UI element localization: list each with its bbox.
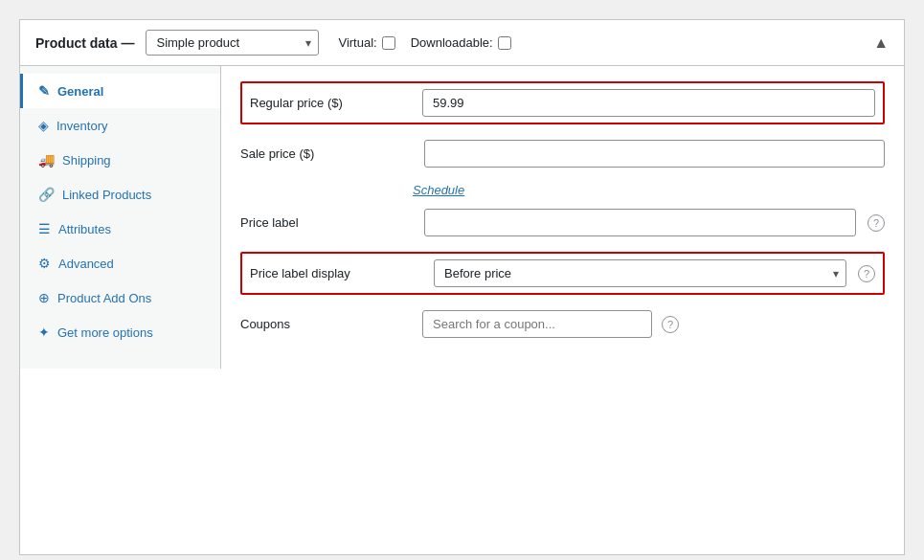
schedule-link[interactable]: Schedule (413, 183, 885, 197)
product-type-select[interactable]: Simple product Variable product Grouped … (146, 30, 319, 56)
price-label-input[interactable] (424, 209, 856, 236)
general-icon: ✎ (38, 83, 50, 99)
regular-price-row: Regular price ($) (240, 81, 885, 124)
coupons-row: Coupons ? (240, 310, 885, 338)
coupons-help-icon[interactable]: ? (662, 316, 679, 333)
sidebar-item-product-add-ons[interactable]: ⊕ Product Add Ons (20, 280, 220, 315)
sidebar-item-attributes[interactable]: ☰ Attributes (20, 212, 220, 246)
sidebar-item-advanced[interactable]: ⚙ Advanced (20, 246, 220, 280)
sidebar-label-product-add-ons: Product Add Ons (57, 291, 151, 305)
attributes-icon: ☰ (38, 221, 51, 236)
regular-price-label: Regular price ($) (250, 96, 411, 110)
panel-header: Product data — Simple product Variable p… (20, 20, 904, 66)
product-type-wrapper: Simple product Variable product Grouped … (146, 30, 319, 56)
get-more-options-icon: ✦ (38, 325, 50, 340)
panel-toggle-icon[interactable]: ▲ (873, 34, 889, 52)
panel-body: ✎ General ◈ Inventory 🚚 Shipping 🔗 Linke… (20, 66, 904, 369)
virtual-label-text: Virtual: (338, 35, 376, 50)
price-label-display-help-icon[interactable]: ? (858, 265, 875, 282)
price-label-display-row: Price label display Before price After p… (240, 252, 885, 295)
price-label-display-select[interactable]: Before price After price Hidden (434, 259, 846, 287)
sidebar-item-inventory[interactable]: ◈ Inventory (20, 108, 220, 143)
sidebar-label-general: General (57, 84, 103, 99)
header-checkboxes: Virtual: Downloadable: (338, 35, 510, 50)
sidebar-item-general[interactable]: ✎ General (20, 74, 220, 108)
content-area: Regular price ($) Sale price ($) Schedul… (221, 66, 904, 369)
sidebar-label-advanced: Advanced (58, 257, 114, 271)
sidebar-label-get-more-options: Get more options (57, 325, 153, 340)
price-label-display-wrapper: Before price After price Hidden (434, 259, 846, 287)
sale-price-row: Sale price ($) (240, 140, 885, 168)
price-label-label: Price label (240, 215, 413, 230)
sidebar-item-shipping[interactable]: 🚚 Shipping (20, 143, 220, 177)
product-data-panel: Product data — Simple product Variable p… (19, 19, 905, 555)
sidebar-label-attributes: Attributes (58, 222, 111, 236)
downloadable-label-text: Downloadable: (411, 35, 493, 50)
panel-title-text: Product data (35, 35, 118, 51)
product-add-ons-icon: ⊕ (38, 290, 50, 305)
coupons-label: Coupons (240, 317, 413, 331)
shipping-icon: 🚚 (38, 152, 55, 168)
regular-price-input[interactable] (422, 89, 875, 117)
sidebar-label-inventory: Inventory (56, 119, 107, 133)
sidebar-label-linked-products: Linked Products (62, 188, 151, 202)
price-label-display-label: Price label display (250, 266, 422, 280)
sidebar-label-shipping: Shipping (62, 153, 111, 168)
virtual-checkbox-label[interactable]: Virtual: (338, 35, 394, 50)
sale-price-input-wrapper (424, 140, 885, 168)
virtual-checkbox[interactable] (382, 36, 395, 50)
linked-products-icon: 🔗 (38, 187, 55, 202)
sidebar: ✎ General ◈ Inventory 🚚 Shipping 🔗 Linke… (20, 66, 221, 369)
sale-price-label: Sale price ($) (240, 146, 413, 161)
price-label-help-icon[interactable]: ? (868, 214, 885, 232)
regular-price-input-wrapper (422, 89, 875, 117)
sidebar-item-get-more-options[interactable]: ✦ Get more options (20, 315, 220, 349)
advanced-icon: ⚙ (38, 256, 51, 271)
sidebar-item-linked-products[interactable]: 🔗 Linked Products (20, 177, 220, 212)
downloadable-checkbox-label[interactable]: Downloadable: (411, 35, 511, 50)
panel-title: Product data — (35, 35, 134, 51)
inventory-icon: ◈ (38, 118, 49, 133)
price-label-input-wrapper (424, 209, 856, 236)
panel-separator: — (121, 35, 134, 51)
downloadable-checkbox[interactable] (498, 36, 511, 50)
price-label-row: Price label ? (240, 209, 885, 236)
sale-price-input[interactable] (424, 140, 885, 168)
coupons-search-input[interactable] (422, 310, 652, 338)
